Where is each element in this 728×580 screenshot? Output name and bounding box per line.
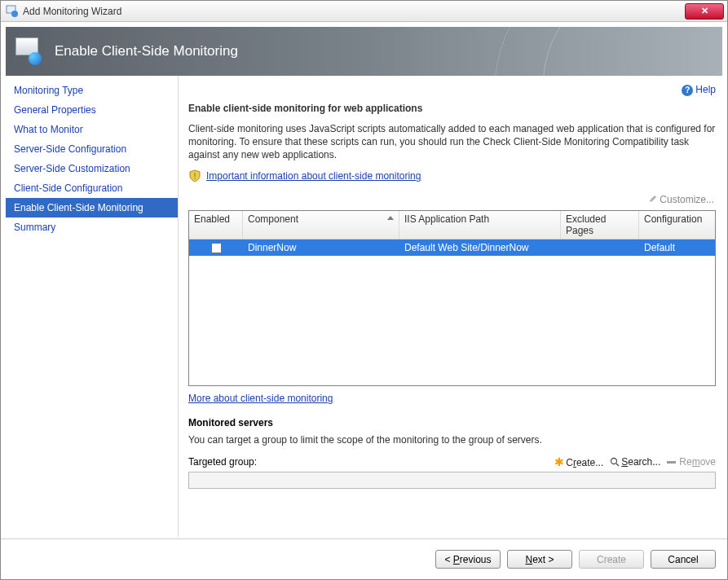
targeted-group-label: Targeted group: [188, 456, 257, 468]
titlebar: Add Monitoring Wizard ✕ [1, 1, 727, 22]
nav-server-side-customization[interactable]: Server-Side Customization [6, 159, 178, 178]
cancel-button[interactable]: Cancel [651, 550, 716, 569]
create-group-button[interactable]: ✱Create... [554, 455, 603, 468]
remove-group-button: Remove [667, 456, 716, 468]
window-title: Add Monitoring Wizard [23, 6, 685, 17]
wizard-banner: Enable Client-Side Monitoring [6, 27, 722, 76]
table-row[interactable]: DinnerNow Default Web Site/DinnerNow Def… [189, 239, 715, 256]
row-config: Default [639, 240, 715, 255]
important-info-link[interactable]: Important information about client-side … [206, 170, 421, 182]
wizard-main: ?Help Enable client-side monitoring for … [179, 76, 727, 537]
help-link[interactable]: Help [695, 84, 716, 95]
row-component: DinnerNow [243, 240, 399, 255]
table-header: Enabled Component IIS Application Path E… [189, 211, 715, 239]
nav-monitoring-type[interactable]: Monitoring Type [6, 81, 178, 100]
shield-warn-icon [188, 169, 201, 182]
svg-rect-2 [194, 173, 196, 177]
banner-title: Enable Client-Side Monitoring [55, 43, 238, 59]
create-button: Create [579, 550, 644, 569]
app-icon [6, 5, 19, 18]
help-icon: ? [682, 85, 693, 96]
close-button[interactable]: ✕ [685, 3, 724, 20]
col-excluded-pages[interactable]: Excluded Pages [561, 211, 639, 239]
magnifier-icon [610, 457, 620, 467]
banner-icon [15, 37, 43, 65]
svg-point-1 [11, 11, 18, 17]
svg-point-4 [611, 459, 617, 464]
nav-enable-client-side-monitoring[interactable]: Enable Client-Side Monitoring [6, 198, 178, 218]
sort-asc-icon [387, 216, 394, 220]
section-description: Client-side monitoring uses JavaScript s… [188, 122, 716, 162]
monitored-servers-desc: You can target a group to limit the scop… [188, 433, 716, 446]
wizard-nav: Monitoring Type General Properties What … [6, 76, 179, 537]
row-iis-path: Default Web Site/DinnerNow [399, 240, 561, 255]
col-enabled[interactable]: Enabled [189, 211, 243, 239]
row-enabled-checkbox[interactable] [211, 243, 222, 253]
nav-client-side-configuration[interactable]: Client-Side Configuration [6, 178, 178, 198]
col-component[interactable]: Component [243, 211, 399, 239]
more-about-link[interactable]: More about client-side monitoring [188, 393, 333, 404]
svg-line-5 [616, 464, 619, 466]
pencil-icon [649, 195, 657, 203]
customize-link[interactable]: Customize... [660, 194, 714, 205]
monitored-servers-heading: Monitored servers [188, 417, 716, 428]
star-icon: ✱ [554, 455, 564, 468]
nav-server-side-configuration[interactable]: Server-Side Configuration [6, 139, 178, 159]
nav-what-to-monitor[interactable]: What to Monitor [6, 120, 178, 139]
minus-icon [667, 461, 676, 464]
previous-button[interactable]: < Previous [435, 550, 501, 569]
svg-rect-3 [194, 178, 196, 179]
components-table: Enabled Component IIS Application Path E… [188, 210, 716, 386]
nav-summary[interactable]: Summary [6, 218, 178, 237]
targeted-group-input[interactable] [188, 472, 716, 489]
next-button[interactable]: Next > [507, 550, 572, 569]
section-heading: Enable client-side monitoring for web ap… [188, 103, 716, 114]
search-group-button[interactable]: Search... [610, 456, 660, 468]
close-icon: ✕ [701, 6, 708, 16]
col-iis-path[interactable]: IIS Application Path [399, 211, 561, 239]
nav-general-properties[interactable]: General Properties [6, 100, 178, 120]
row-excluded [561, 246, 639, 249]
wizard-footer: < Previous Next > Create Cancel [1, 538, 727, 579]
col-configuration[interactable]: Configuration [639, 211, 715, 239]
